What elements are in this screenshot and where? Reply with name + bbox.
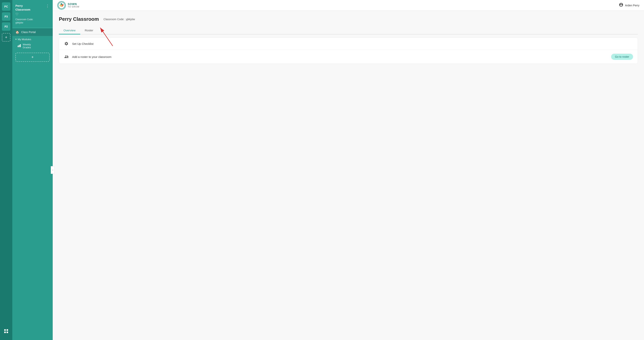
content-wrapper: Perry Classroom Classroom Code: yjkkjslw…: [59, 16, 638, 64]
tab-overview[interactable]: Overview: [59, 27, 80, 34]
svg-rect-2: [4, 332, 6, 333]
svg-rect-1: [6, 329, 8, 331]
sidebar-favorite-btn[interactable]: ♡: [12, 12, 53, 18]
page-title: Perry Classroom: [59, 16, 99, 22]
sidebar-nav-class-portal-label: Class Portal: [21, 30, 36, 34]
topbar-user[interactable]: Arden Perry: [619, 2, 640, 8]
topbar: SOWN TO GROW Arden Perry: [53, 0, 644, 11]
classroom-code-section: Classroom Code: yjkkjslw: [104, 18, 135, 21]
sidebar-weekly-grades[interactable]: WeeklyGrades: [12, 42, 53, 50]
setup-checklist-card: Set Up Checklist Add a roster to your cl…: [59, 38, 638, 64]
logo-togrow: TO GROW: [68, 6, 80, 8]
sidebar-classroom-name: PerryClassroom: [16, 4, 30, 11]
icon-bar: PC P3 P2 +: [0, 0, 12, 340]
add-roster-item[interactable]: Add a roster to your classroom Go to ros…: [59, 50, 638, 64]
go-to-roster-btn[interactable]: Go to roster: [611, 54, 633, 60]
sidebar-collapse-btn[interactable]: ‹: [51, 166, 55, 174]
logo-sown: SOWN: [68, 3, 80, 6]
sidebar-more-btn[interactable]: ⋮: [46, 4, 50, 8]
logo-circle: [57, 1, 66, 10]
sidebar: ‹ PerryClassroom ⋮ ♡ Classroom Code: yjk…: [12, 0, 53, 340]
svg-rect-5: [19, 45, 20, 47]
icon-bar-p3-btn[interactable]: P3: [2, 12, 10, 21]
gear-icon: [64, 42, 69, 46]
home-icon: 🏠: [16, 30, 19, 34]
topbar-logo: SOWN TO GROW: [57, 1, 80, 10]
tab-roster[interactable]: Roster: [80, 27, 98, 34]
icon-bar-p2-btn[interactable]: P2: [2, 22, 10, 31]
icon-bar-grid-btn[interactable]: [2, 327, 10, 336]
svg-rect-0: [4, 329, 6, 331]
tabs: Overview Roster: [59, 27, 638, 34]
sidebar-classroom-code-label: Classroom Code:: [16, 18, 33, 21]
sidebar-header: PerryClassroom ⋮: [12, 2, 53, 12]
classroom-code-label: Classroom Code:: [104, 18, 124, 21]
icon-bar-add-btn[interactable]: +: [2, 33, 10, 42]
sidebar-classroom-code-value: yjkkjslw: [16, 21, 23, 24]
svg-rect-4: [18, 46, 18, 47]
page-header: Perry Classroom Classroom Code: yjkkjslw: [59, 16, 638, 22]
people-icon: [64, 54, 69, 59]
icon-bar-pc-avatar[interactable]: PC: [2, 2, 10, 11]
bar-chart-icon: [18, 44, 21, 48]
add-roster-label: Add a roster to your classroom: [72, 55, 608, 58]
svg-rect-3: [6, 332, 8, 333]
setup-checklist-label: Set Up Checklist: [72, 42, 633, 46]
main-area: SOWN TO GROW Arden Perry Perry Classroom…: [53, 0, 644, 340]
classroom-code-value: yjkkjslw: [126, 18, 135, 21]
user-account-icon: [619, 2, 624, 8]
sidebar-divider: [12, 28, 53, 28]
sidebar-my-modules-label: My Modules: [18, 38, 31, 41]
svg-rect-6: [20, 44, 21, 47]
sidebar-my-modules-section[interactable]: ▾ My Modules: [12, 36, 53, 42]
sidebar-nav-class-portal[interactable]: 🏠 Class Portal: [12, 28, 53, 36]
sidebar-weekly-grades-label: WeeklyGrades: [23, 43, 31, 49]
chevron-down-icon: ▾: [16, 38, 16, 40]
sidebar-classroom-code: Classroom Code: yjkkjslw: [12, 18, 53, 27]
setup-checklist-item[interactable]: Set Up Checklist: [59, 38, 638, 50]
logo-text: SOWN TO GROW: [68, 3, 80, 8]
content-area: Perry Classroom Classroom Code: yjkkjslw…: [53, 11, 644, 340]
topbar-username: Arden Perry: [625, 4, 640, 7]
sidebar-add-module-btn[interactable]: +: [16, 53, 50, 62]
